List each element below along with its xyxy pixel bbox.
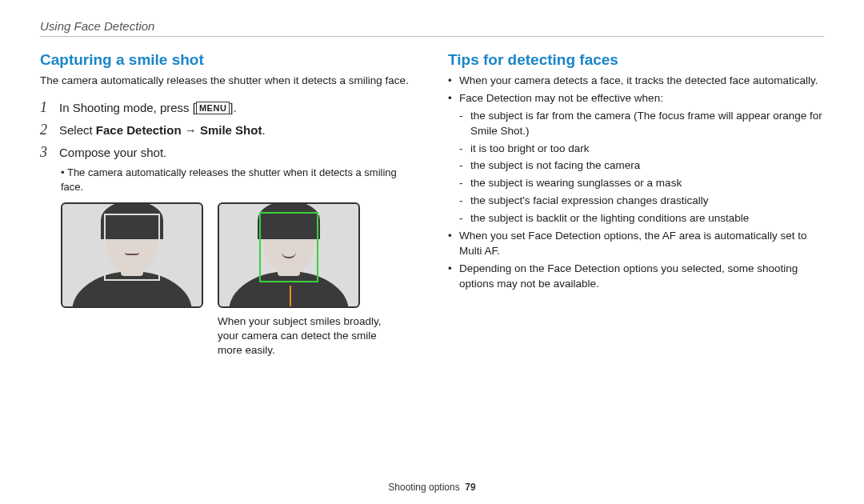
right-column: Tips for detecting faces When your camer… [448, 51, 824, 358]
section-title-tips: Tips for detecting faces [448, 51, 824, 69]
tip-item: Depending on the Face Detection options … [448, 262, 824, 292]
focus-frame-detected [259, 212, 318, 282]
breadcrumb: Using Face Detection [40, 19, 824, 33]
step-3-subnote: The camera automatically releases the sh… [61, 166, 416, 194]
step-3: 3 Compose your shot. [40, 144, 416, 162]
tip-subitem: the subject is wearing sunglasses or a m… [459, 176, 824, 191]
step-number: 2 [40, 122, 51, 138]
tip-subitem: the subject is far from the camera (The … [459, 109, 824, 139]
tip-subitem: the subject is backlit or the lighting c… [459, 211, 824, 226]
step-2-smile-shot: Smile Shot [200, 123, 262, 137]
tip-subitem: the subject is not facing the camera [459, 158, 824, 174]
step-1-text-a: In Shooting mode, press [ [59, 101, 196, 114]
tip-item: Face Detection may not be effective when… [448, 91, 824, 106]
image-caption: When your subject smiles broadly, your c… [218, 314, 402, 358]
step-2: 2 Select Face Detection → Smile Shot. [40, 122, 416, 139]
tip-subitem: it is too bright or too dark [459, 142, 824, 157]
focus-frame [104, 214, 160, 281]
step-2-face-detection: Face Detection [96, 123, 182, 137]
callout-connector [290, 286, 291, 308]
intro-text: The camera automatically releases the sh… [40, 74, 416, 88]
step-1-text-b: ]. [230, 101, 236, 114]
section-title-capturing: Capturing a smile shot [40, 51, 416, 69]
footer-page-number: 79 [465, 482, 475, 493]
tip-item: When you set Face Detection options, the… [448, 229, 824, 259]
step-2-period: . [262, 123, 265, 137]
tip-subitem: the subject's facial expression changes … [459, 194, 824, 209]
step-1: 1 In Shooting mode, press [MENU]. [40, 99, 416, 117]
step-number: 3 [40, 144, 51, 161]
page-footer: Shooting options 79 [0, 482, 864, 493]
step-2-arrow: → [182, 123, 200, 137]
footer-section: Shooting options [388, 482, 459, 493]
tip-item: When your camera detects a face, it trac… [448, 74, 824, 89]
divider [40, 36, 824, 37]
menu-button-glyph: MENU [196, 102, 230, 114]
example-image-smile [218, 202, 360, 308]
step-number: 1 [40, 99, 51, 116]
left-column: Capturing a smile shot The camera automa… [40, 51, 416, 358]
step-2-select: Select [59, 123, 96, 137]
example-image-neutral [61, 202, 203, 308]
step-3-text: Compose your shot. [59, 144, 166, 162]
